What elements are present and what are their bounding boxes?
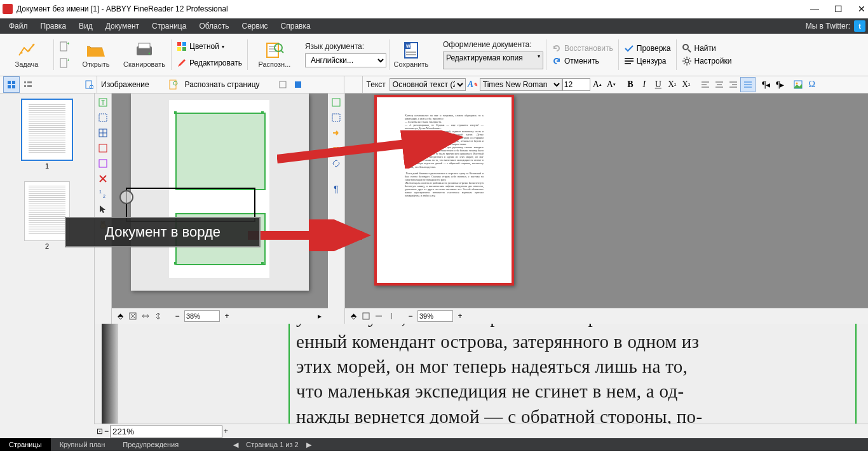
thumbnail-2[interactable] <box>24 181 70 241</box>
menu-file[interactable]: Файл <box>3 22 34 31</box>
edit-button[interactable]: Редактировать <box>174 55 245 71</box>
text-pane[interactable]: Хантер остановился на миг и негромко, сл… <box>345 93 868 324</box>
page-add-icon[interactable]: + <box>57 38 72 55</box>
img-tool1-icon[interactable] <box>275 77 290 92</box>
svg-point-1 <box>29 50 31 52</box>
cancel-button[interactable]: Отменить <box>549 55 616 67</box>
pointer-icon[interactable] <box>97 203 109 216</box>
txt-fit-width-icon[interactable] <box>373 310 384 322</box>
recognize-page-label[interactable]: Распознать страницу <box>181 80 264 89</box>
menu-edit[interactable]: Правка <box>34 22 73 31</box>
image-pane[interactable]: ⬘ − + ▸ <box>112 93 328 324</box>
status-prev-icon[interactable]: ◀ <box>226 441 246 449</box>
text-pilcrow-icon[interactable]: ¶ <box>330 183 342 195</box>
format-select[interactable]: Редактируемая копия ▾ <box>443 52 543 69</box>
page-options-icon[interactable] <box>81 77 97 92</box>
preview-zoom-out[interactable]: − <box>104 427 109 436</box>
color-button[interactable]: Цветной▾ <box>174 38 245 55</box>
style-edit-icon[interactable]: A✎ <box>466 78 480 92</box>
save-button[interactable]: W Сохранить <box>392 36 430 73</box>
preview-fit-icon[interactable]: ⊡ <box>97 427 103 436</box>
img-tool2-icon[interactable] <box>290 77 306 92</box>
insert-image-icon[interactable] <box>791 78 805 92</box>
img-fit-up-icon[interactable]: ⬘ <box>114 310 126 322</box>
area-image-icon[interactable] <box>97 142 109 155</box>
status-tab-pages[interactable]: Страницы <box>0 438 51 451</box>
font-size-input[interactable] <box>562 78 590 91</box>
area-delete-icon[interactable] <box>97 172 109 185</box>
align-left-icon[interactable] <box>698 78 712 92</box>
txt-fit-height-icon[interactable] <box>386 310 397 322</box>
status-tab-warnings[interactable]: Предупреждения <box>114 438 187 451</box>
bold-button[interactable]: B <box>623 78 637 92</box>
preview-zoom-value[interactable] <box>110 425 222 438</box>
symbol-button[interactable]: Ω <box>805 78 819 92</box>
txt-zoom-in[interactable]: + <box>454 310 466 322</box>
increase-font-icon[interactable]: A▴ <box>590 78 604 92</box>
svg-text:T: T <box>101 99 105 106</box>
doc-lang-select[interactable]: Английски... <box>305 53 386 67</box>
scan-button[interactable]: Сканировать <box>120 36 168 73</box>
italic-button[interactable]: I <box>637 78 651 92</box>
subscript-button[interactable]: X2 <box>679 78 693 92</box>
menu-view[interactable]: Вид <box>72 22 99 31</box>
maximize-button[interactable]: ☐ <box>834 4 843 14</box>
status-tab-closeup[interactable]: Крупный план <box>51 438 114 451</box>
restore-button[interactable]: Восстановить <box>549 42 616 55</box>
view-list-icon[interactable] <box>20 77 36 92</box>
txt-zoom-out[interactable]: − <box>405 310 416 322</box>
view-thumbs-icon[interactable] <box>3 76 20 93</box>
txt-fit-up-icon[interactable]: ⬘ <box>348 310 359 322</box>
txt-zoom-value[interactable] <box>417 310 453 322</box>
recognize-page-icon[interactable] <box>166 77 181 92</box>
img-zoom-out[interactable]: − <box>172 310 183 322</box>
ltr-icon[interactable]: ¶▸ <box>773 78 787 92</box>
svg-rect-37 <box>24 85 26 87</box>
thumbnail-1[interactable] <box>21 99 73 161</box>
check-button[interactable]: Проверка <box>621 42 674 55</box>
text-sel-icon[interactable] <box>330 111 342 124</box>
minimize-button[interactable]: — <box>810 4 819 14</box>
img-zoom-in[interactable]: + <box>221 310 233 322</box>
close-up-pane[interactable]: ультиматумы, не было против кого сражать… <box>0 324 868 438</box>
txt-fit-page-icon[interactable] <box>360 310 372 322</box>
task-button[interactable]: Задача <box>3 36 51 73</box>
underline-button[interactable]: U <box>651 78 665 92</box>
menu-help[interactable]: Справка <box>275 22 317 31</box>
open-button[interactable]: Открыть <box>72 36 120 73</box>
decrease-font-icon[interactable]: A▾ <box>604 78 618 92</box>
area-barcode-icon[interactable] <box>97 157 109 170</box>
recognize-button[interactable]: Распозн... <box>250 36 299 73</box>
text-area-icon[interactable] <box>330 96 342 109</box>
align-center-icon[interactable] <box>712 78 726 92</box>
find-button[interactable]: Найти <box>679 42 735 55</box>
area-order-icon[interactable]: 12 <box>97 188 109 200</box>
img-fit-page-icon[interactable] <box>127 310 139 322</box>
img-fit-height-icon[interactable] <box>153 310 164 322</box>
img-zoom-value[interactable] <box>184 310 220 322</box>
menu-area[interactable]: Область <box>193 22 235 31</box>
close-button[interactable]: ✕ <box>858 4 865 14</box>
style-select[interactable]: Основной текст (2) <box>390 78 466 91</box>
align-justify-icon[interactable] <box>740 77 756 92</box>
superscript-button[interactable]: X2 <box>665 78 679 92</box>
svg-text:2: 2 <box>103 194 105 198</box>
page-add2-icon[interactable]: + <box>57 55 72 71</box>
censor-button[interactable]: Цензура <box>621 55 674 67</box>
area-table-icon[interactable] <box>97 127 109 139</box>
twitter-icon[interactable]: t <box>854 20 865 32</box>
menu-page[interactable]: Страница <box>146 22 193 31</box>
status-next-icon[interactable]: ▶ <box>299 441 319 449</box>
menu-document[interactable]: Документ <box>99 22 146 31</box>
preview-zoom-in[interactable]: + <box>224 427 228 436</box>
rtl-icon[interactable]: ¶◂ <box>759 78 773 92</box>
area-text-icon[interactable]: T <box>97 96 109 109</box>
img-scroll-right[interactable]: ▸ <box>314 310 325 322</box>
font-select[interactable]: Times New Roman <box>480 78 562 91</box>
menu-service[interactable]: Сервис <box>236 22 275 31</box>
settings-button[interactable]: Настройки <box>679 55 735 67</box>
close-up-text: ультиматумы, не было против кого сражать… <box>112 324 855 429</box>
area-selection-icon[interactable] <box>97 111 109 124</box>
align-right-icon[interactable] <box>726 78 740 92</box>
img-fit-width-icon[interactable] <box>140 310 151 322</box>
